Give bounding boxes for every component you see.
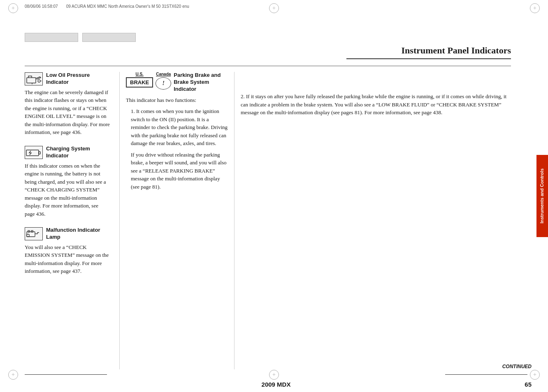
charging-header: Charging System Indicator [25, 145, 113, 159]
page-title: Instrument Panel Indicators [346, 45, 511, 59]
meta-timestamp: 08/06/06 16:58:07 [25, 4, 58, 9]
parking-point1: 1. It comes on when you turn the ignitio… [126, 107, 228, 148]
svg-rect-4 [26, 150, 39, 156]
malfunction-body: You will also see a “CHECK EMISSION SYST… [25, 243, 113, 275]
charging-icon-box [25, 146, 43, 159]
section-low-oil: Low Oil Pressure Indicator The engine ca… [25, 72, 113, 136]
charging-icon [26, 147, 42, 158]
charging-title: Charging System Indicator [46, 145, 113, 159]
svg-point-2 [38, 80, 40, 82]
chapter-tab: Instruments and Controls [536, 155, 548, 237]
svg-rect-0 [27, 78, 36, 83]
reg-mark-bottom-right [530, 370, 540, 380]
continued-text: CONTINUED [502, 364, 532, 369]
charging-body: If this indicator comes on when the engi… [25, 162, 113, 218]
content-columns: Low Oil Pressure Indicator The engine ca… [25, 72, 511, 369]
low-oil-body: The engine can be severely damaged if th… [25, 88, 113, 136]
parking-point2: 2. If it stays on after you have fully r… [241, 92, 511, 117]
column-middle: U.S. BRAKE Canada ! Parking Brake and Br… [119, 72, 235, 369]
section-charging: Charging System Indicator If this indica… [25, 145, 113, 218]
svg-rect-9 [27, 234, 29, 237]
low-oil-icon [26, 74, 42, 84]
parking-intro: This indicator has two functions: [126, 96, 228, 104]
header-tab-2 [82, 33, 136, 42]
chapter-tab-text: Instruments and Controls [539, 168, 545, 224]
column-left: Low Oil Pressure Indicator The engine ca… [25, 72, 119, 369]
malfunction-icon-box [25, 227, 43, 240]
parking-us-icon: BRAKE [126, 77, 153, 88]
parking-us-label: U.S. [135, 72, 143, 76]
reg-mark-bottom-center [269, 370, 279, 380]
parking-canada: Canada ! [156, 72, 171, 90]
low-oil-icon-box [25, 72, 43, 85]
parking-brake-body: This indicator has two functions: 1. It … [126, 96, 228, 191]
parking-brake-title: Parking Brake and Brake System Indicator [174, 72, 228, 93]
header-tab-1 [25, 33, 78, 42]
title-rule [25, 66, 511, 66]
page-number: 65 [525, 381, 532, 388]
parking-us: U.S. BRAKE [126, 72, 153, 88]
parking-brake-header: U.S. BRAKE Canada ! Parking Brake and Br… [126, 72, 228, 93]
malfunction-icon [26, 228, 42, 239]
malfunction-title: Malfunction Indicator Lamp [46, 227, 113, 241]
parking-point1-body: If you drive without releasing the parki… [126, 151, 228, 191]
meta-doc-info: 09 ACURA MDX MMC North America Owner's M… [66, 4, 189, 9]
svg-rect-7 [28, 231, 30, 232]
bottom-rule-left [25, 374, 107, 375]
bottom-rule-right [445, 374, 527, 375]
reg-mark-bottom-left [8, 370, 18, 380]
reg-mark-top-right [530, 3, 540, 13]
section-parking-brake: U.S. BRAKE Canada ! Parking Brake and Br… [126, 72, 228, 191]
low-oil-header: Low Oil Pressure Indicator [25, 72, 113, 86]
top-metadata: 08/06/06 16:58:07 09 ACURA MDX MMC North… [25, 4, 523, 9]
malfunction-header: Malfunction Indicator Lamp [25, 227, 113, 241]
svg-rect-8 [31, 231, 33, 232]
reg-mark-top-left [8, 3, 18, 13]
page-model: 2009 MDX [25, 381, 527, 388]
parking-canada-icon: ! [156, 77, 171, 90]
low-oil-title: Low Oil Pressure Indicator [46, 72, 113, 86]
header-tabs [25, 33, 136, 42]
parking-canada-label: Canada [156, 72, 171, 76]
column-right: 2. If it stays on after you have fully r… [235, 72, 511, 369]
parking-point2-body: 2. If it stays on after you have fully r… [241, 92, 511, 117]
svg-rect-5 [39, 152, 40, 154]
section-malfunction: Malfunction Indicator Lamp You will also… [25, 227, 113, 275]
main-content: Instrument Panel Indicators [25, 21, 527, 369]
